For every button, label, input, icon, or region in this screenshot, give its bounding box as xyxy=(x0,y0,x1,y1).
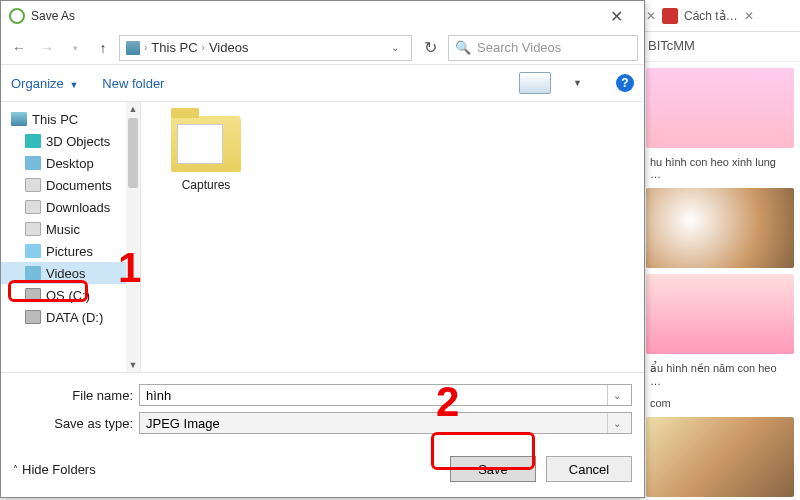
nav-tree: This PC 3D Objects Desktop Documents Dow… xyxy=(1,102,141,372)
filetype-value: JPEG Image xyxy=(146,416,607,431)
chevron-up-icon: ˄ xyxy=(13,464,18,475)
search-placeholder: Search Videos xyxy=(477,40,561,55)
search-icon: 🔍 xyxy=(455,40,471,55)
tab-close-icon[interactable]: ✕ xyxy=(646,9,656,23)
save-as-dialog: Save As ✕ ← → ▾ ↑ › This PC › Videos ⌄ ↻… xyxy=(0,0,645,498)
tree-drive-c[interactable]: OS (C:) xyxy=(1,284,140,306)
folder-icon xyxy=(25,156,41,170)
filename-value: hình xyxy=(146,388,607,403)
tree-pictures[interactable]: Pictures xyxy=(1,240,140,262)
chevron-down-icon: ▼ xyxy=(69,80,78,90)
save-button[interactable]: Save xyxy=(450,456,536,482)
nav-up-icon[interactable]: ↑ xyxy=(91,36,115,60)
cancel-label: Cancel xyxy=(569,462,609,477)
tree-label: Documents xyxy=(46,178,112,193)
folder-icon xyxy=(25,200,41,214)
filetype-label: Save as type: xyxy=(41,416,133,431)
folder-item-captures[interactable]: Captures xyxy=(161,116,251,192)
tree-label: Downloads xyxy=(46,200,110,215)
browser-tab[interactable]: ✕ Cách tả… ✕ xyxy=(640,0,800,32)
browser-background: ✕ Cách tả… ✕ BITcMM hu hình con heo xinh… xyxy=(640,0,800,500)
tree-downloads[interactable]: Downloads xyxy=(1,196,140,218)
breadcrumb-folder[interactable]: Videos xyxy=(209,40,249,55)
hide-folders-toggle[interactable]: ˄ Hide Folders xyxy=(13,462,96,477)
filename-input[interactable]: hình ⌄ xyxy=(139,384,632,406)
tree-label: DATA (D:) xyxy=(46,310,103,325)
scroll-down-icon[interactable]: ▼ xyxy=(129,358,138,372)
image-thumb[interactable] xyxy=(646,68,794,148)
pc-icon xyxy=(126,41,140,55)
tree-label: Desktop xyxy=(46,156,94,171)
scroll-thumb[interactable] xyxy=(128,118,138,188)
tree-label: 3D Objects xyxy=(46,134,110,149)
chevron-right-icon[interactable]: › xyxy=(144,42,147,53)
organize-menu[interactable]: Organize ▼ xyxy=(11,76,78,91)
app-icon xyxy=(9,8,25,24)
close-button[interactable]: ✕ xyxy=(596,2,636,30)
image-caption: com xyxy=(646,395,794,411)
tree-music[interactable]: Music xyxy=(1,218,140,240)
image-thumb[interactable] xyxy=(646,417,794,497)
folder-icon xyxy=(25,266,41,280)
nav-back-icon[interactable]: ← xyxy=(7,36,31,60)
folder-icon xyxy=(25,134,41,148)
tree-this-pc[interactable]: This PC xyxy=(1,108,140,130)
tree-label: Videos xyxy=(46,266,86,281)
help-icon[interactable]: ? xyxy=(616,74,634,92)
tree-documents[interactable]: Documents xyxy=(1,174,140,196)
drive-icon xyxy=(25,310,41,324)
tab-favicon xyxy=(662,8,678,24)
tree-desktop[interactable]: Desktop xyxy=(1,152,140,174)
tree-label: Music xyxy=(46,222,80,237)
browser-address-fragment: BITcMM xyxy=(640,32,800,62)
image-caption: ẩu hình nền năm con heo … xyxy=(646,360,794,389)
tree-videos[interactable]: Videos xyxy=(1,262,140,284)
drive-icon xyxy=(25,288,41,302)
new-folder-button[interactable]: New folder xyxy=(102,76,164,91)
tree-scrollbar[interactable]: ▲ ▼ xyxy=(126,102,140,372)
folder-icon xyxy=(25,222,41,236)
organize-label: Organize xyxy=(11,76,64,91)
folder-icon xyxy=(25,244,41,258)
filetype-select[interactable]: JPEG Image ⌄ xyxy=(139,412,632,434)
chevron-right-icon[interactable]: › xyxy=(202,42,205,53)
folder-content[interactable]: Captures xyxy=(141,102,644,372)
toolbar: Organize ▼ New folder ▼ ? xyxy=(1,65,644,101)
address-dropdown-icon[interactable]: ⌄ xyxy=(385,42,405,53)
cancel-button[interactable]: Cancel xyxy=(546,456,632,482)
image-thumb[interactable] xyxy=(646,274,794,354)
tree-label: This PC xyxy=(32,112,78,127)
image-caption: hu hình con heo xinh lung … xyxy=(646,154,794,182)
folder-icon xyxy=(25,178,41,192)
breadcrumb-this-pc[interactable]: This PC xyxy=(151,40,197,55)
dialog-footer: ˄ Hide Folders Save Cancel xyxy=(1,441,644,497)
view-dropdown-icon[interactable]: ▼ xyxy=(573,78,582,88)
scroll-up-icon[interactable]: ▲ xyxy=(129,102,138,116)
pc-icon xyxy=(11,112,27,126)
refresh-icon[interactable]: ↻ xyxy=(416,35,444,61)
tree-3d-objects[interactable]: 3D Objects xyxy=(1,130,140,152)
tree-drive-d[interactable]: DATA (D:) xyxy=(1,306,140,328)
folder-icon xyxy=(171,116,241,172)
titlebar: Save As ✕ xyxy=(1,1,644,31)
save-label: Save xyxy=(478,462,508,477)
nav-forward-icon: → xyxy=(35,36,59,60)
view-mode-button[interactable] xyxy=(519,72,551,94)
save-form: File name: hình ⌄ Save as type: JPEG Ima… xyxy=(1,373,644,441)
image-thumb[interactable] xyxy=(646,188,794,268)
hide-folders-label: Hide Folders xyxy=(22,462,96,477)
nav-recent-dropdown-icon[interactable]: ▾ xyxy=(63,36,87,60)
navbar: ← → ▾ ↑ › This PC › Videos ⌄ ↻ 🔍 Search … xyxy=(1,31,644,65)
search-input[interactable]: 🔍 Search Videos xyxy=(448,35,638,61)
folder-label: Captures xyxy=(161,178,251,192)
filename-label: File name: xyxy=(41,388,133,403)
tab-close-icon[interactable]: ✕ xyxy=(744,9,754,23)
filename-dropdown-icon[interactable]: ⌄ xyxy=(607,385,625,405)
filetype-dropdown-icon[interactable]: ⌄ xyxy=(607,413,625,433)
dialog-title: Save As xyxy=(31,9,596,23)
tree-label: Pictures xyxy=(46,244,93,259)
tab-title: Cách tả… xyxy=(684,9,738,23)
address-bar[interactable]: › This PC › Videos ⌄ xyxy=(119,35,412,61)
tree-label: OS (C:) xyxy=(46,288,90,303)
